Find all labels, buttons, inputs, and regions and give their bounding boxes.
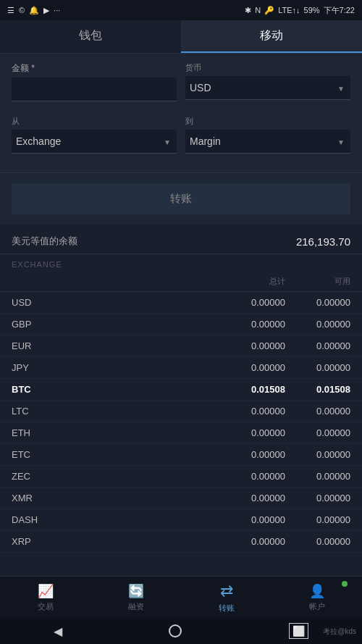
transfer-button[interactable]: 转账 <box>12 183 350 214</box>
row-total: 0.00000 <box>213 362 285 373</box>
row-currency-name: XRP <box>12 536 213 547</box>
row-available: 0.00000 <box>285 319 350 330</box>
row-available: 0.00000 <box>285 427 350 438</box>
row-total: 0.00000 <box>213 536 285 547</box>
currency-group: 货币 USD GBP EUR BTC ETH <box>185 62 350 109</box>
exchange-section-label: EXCHANGE <box>0 254 362 272</box>
tab-mobile[interactable]: 移动 <box>181 20 362 53</box>
nav-account[interactable]: 👤 帐户 <box>272 577 362 618</box>
currency-select[interactable]: USD GBP EUR BTC ETH <box>185 76 350 100</box>
table-row: GBP0.000000.00000 <box>0 314 362 335</box>
funding-label: 融资 <box>128 601 144 612</box>
balance-value: 216,193.70 <box>296 235 350 248</box>
online-indicator <box>342 581 348 587</box>
table-row: LTC0.000000.00000 <box>0 401 362 422</box>
time-label: 下午7:22 <box>324 5 355 16</box>
recents-button[interactable]: ⬜ <box>289 623 308 639</box>
table-row: ETC0.000000.00000 <box>0 444 362 466</box>
transfer-label: 转账 <box>219 603 235 614</box>
from-label: 从 <box>12 116 177 127</box>
tab-wallet[interactable]: 钱包 <box>0 20 181 53</box>
table-row: EUR0.000000.00000 <box>0 335 362 357</box>
row-available: 0.00000 <box>285 449 350 460</box>
notification-icon: 🔔 <box>29 6 39 15</box>
bottom-nav: 📈 交易 🔄 融资 ⇄ 转账 👤 帐户 <box>0 576 362 618</box>
row-currency-name: EUR <box>12 340 213 351</box>
key-icon: 🔑 <box>264 6 274 15</box>
table-row: USD0.000000.00000 <box>0 292 362 314</box>
battery-label: 59% <box>304 6 320 14</box>
amount-label: 金额 * <box>12 62 177 75</box>
to-select[interactable]: Margin Exchange Funding <box>185 130 350 154</box>
row-total: 0.00000 <box>213 493 285 503</box>
row-currency-name: JPY <box>12 362 213 373</box>
trade-icon: 📈 <box>38 583 54 599</box>
form-area: 金额 * 货币 USD GBP EUR BTC ETH 从 Exchange <box>0 54 362 172</box>
to-select-wrapper: Margin Exchange Funding <box>185 130 350 154</box>
account-icon: 👤 <box>309 583 325 599</box>
row-available: 0.00000 <box>285 297 350 308</box>
balance-section: 美元等值的余额 216,193.70 <box>0 225 362 254</box>
table-row: JPY0.000000.00000 <box>0 357 362 379</box>
amount-input[interactable] <box>12 78 177 101</box>
to-label: 到 <box>185 116 350 127</box>
row-currency-name: XMR <box>12 493 213 503</box>
signal-icon: LTE↑↓ <box>278 6 300 14</box>
nav-trade[interactable]: 📈 交易 <box>0 577 90 618</box>
table-row: ETH0.000000.00000 <box>0 422 362 444</box>
funding-icon: 🔄 <box>128 583 144 599</box>
menu-icon: ☰ <box>7 6 14 15</box>
top-tabs: 钱包 移动 <box>0 20 362 54</box>
home-button[interactable] <box>169 624 182 637</box>
table-section: EXCHANGE 总计 可用 USD0.000000.00000GBP0.000… <box>0 254 362 553</box>
play-icon: ▶ <box>43 6 49 15</box>
row-total: 0.00000 <box>213 427 285 438</box>
row-currency-name: ETH <box>12 427 213 438</box>
back-button[interactable]: ◀ <box>54 624 62 638</box>
status-right-icons: ✱ N 🔑 LTE↑↓ 59% 下午7:22 <box>245 5 355 16</box>
row-total: 0.00000 <box>213 297 285 308</box>
nav-transfer[interactable]: ⇄ 转账 <box>181 577 272 618</box>
trade-label: 交易 <box>38 601 54 612</box>
row-available: 0.00000 <box>285 493 350 503</box>
balance-label: 美元等值的余额 <box>12 235 77 248</box>
amount-currency-row: 金额 * 货币 USD GBP EUR BTC ETH <box>12 62 350 109</box>
row-currency-name: BTC <box>12 384 213 395</box>
currency-select-wrapper: USD GBP EUR BTC ETH <box>185 76 350 100</box>
row-currency-name: USD <box>12 297 213 308</box>
table-row: XMR0.000000.00000 <box>0 488 362 509</box>
row-total: 0.00000 <box>213 340 285 351</box>
watermark: 考拉@kds <box>323 627 356 637</box>
row-available: 0.00000 <box>285 471 350 482</box>
table-row: BTC0.015080.01508 <box>0 379 362 401</box>
row-available: 0.00000 <box>285 536 350 547</box>
row-currency-name: LTC <box>12 406 213 417</box>
to-group: 到 Margin Exchange Funding <box>185 116 350 154</box>
transfer-btn-area: 转账 <box>0 172 362 225</box>
row-total: 0.00000 <box>213 471 285 482</box>
status-left-icons: ☰ © 🔔 ▶ ··· <box>7 6 60 15</box>
transfer-icon: ⇄ <box>220 582 233 601</box>
amount-group: 金额 * <box>12 62 177 101</box>
dots-icon: ··· <box>54 6 60 14</box>
row-currency-name: ETC <box>12 449 213 460</box>
account-label: 帐户 <box>309 601 325 612</box>
row-available: 0.01508 <box>285 384 350 395</box>
table-row: DASH0.000000.00000 <box>0 509 362 531</box>
row-available: 0.00000 <box>285 514 350 525</box>
from-group: 从 Exchange Margin Funding <box>12 116 177 154</box>
col-header-available: 可用 <box>285 276 350 287</box>
nfc-icon: N <box>255 6 261 14</box>
row-available: 0.00000 <box>285 340 350 351</box>
from-select[interactable]: Exchange Margin Funding <box>12 130 177 154</box>
table-header: 总计 可用 <box>0 272 362 292</box>
from-to-row: 从 Exchange Margin Funding 到 Margin Excha… <box>12 116 350 154</box>
nav-funding[interactable]: 🔄 融资 <box>90 577 181 618</box>
row-total: 0.01508 <box>213 384 285 395</box>
row-total: 0.00000 <box>213 319 285 330</box>
row-available: 0.00000 <box>285 362 350 373</box>
row-total: 0.00000 <box>213 449 285 460</box>
row-total: 0.00000 <box>213 514 285 525</box>
table-row: ZEC0.000000.00000 <box>0 466 362 488</box>
status-bar: ☰ © 🔔 ▶ ··· ✱ N 🔑 LTE↑↓ 59% 下午7:22 <box>0 0 362 20</box>
